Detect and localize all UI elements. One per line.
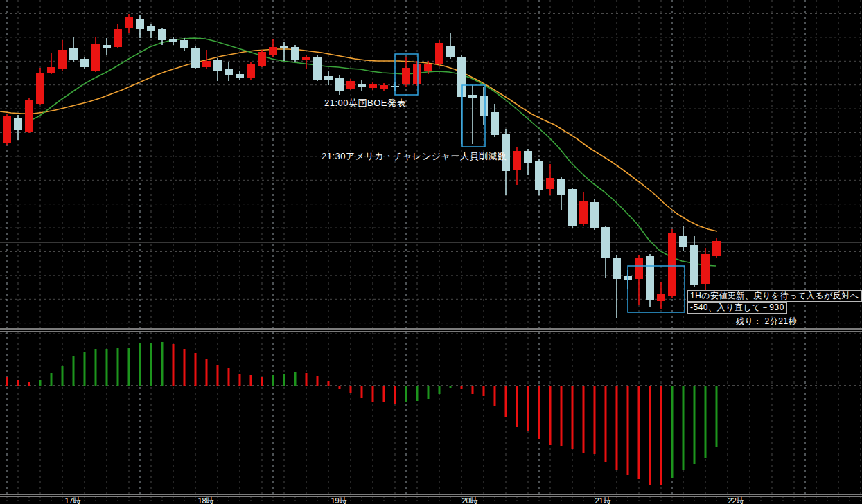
candle <box>435 40 443 66</box>
annotation-boe-event[interactable]: 21:00英国BOE発表 <box>324 97 406 109</box>
candle <box>25 98 33 133</box>
candle <box>590 199 599 230</box>
candle <box>258 50 266 67</box>
candle <box>568 188 577 228</box>
fx-trading-chart: 21:00英国BOE発表 21:30アメリカ・チャレンジャー人員削減数 1Hの安… <box>0 0 862 504</box>
candle <box>3 114 11 145</box>
candle <box>191 46 200 69</box>
annotation-trade-note-line2[interactable]: -540、入り直して－930 <box>687 302 787 314</box>
candle <box>291 45 299 62</box>
axis-label-hour: 17時 <box>52 496 94 504</box>
axis-label-hour: 22時 <box>715 496 757 504</box>
candle <box>36 68 44 105</box>
axis-label-hour: 21時 <box>582 496 624 504</box>
annotation-challenger-event[interactable]: 21:30アメリカ・チャレンジャー人員削減数 <box>322 150 507 163</box>
candle <box>313 55 322 81</box>
candle <box>247 62 255 80</box>
candle <box>646 254 654 307</box>
candle-countdown-timer: 残り： 2分21秒 <box>736 316 797 327</box>
candle <box>668 229 676 298</box>
axis-label-hour: 20時 <box>449 496 491 504</box>
axis-label-hour: 18時 <box>185 496 227 504</box>
chart-canvas[interactable] <box>0 0 862 504</box>
candle <box>413 61 421 86</box>
annotation-trade-note-line1[interactable]: 1Hの安値更新、戻りを待って入るが反対へ <box>687 290 862 302</box>
candle <box>712 238 721 258</box>
axis-label-hour: 19時 <box>318 496 360 504</box>
